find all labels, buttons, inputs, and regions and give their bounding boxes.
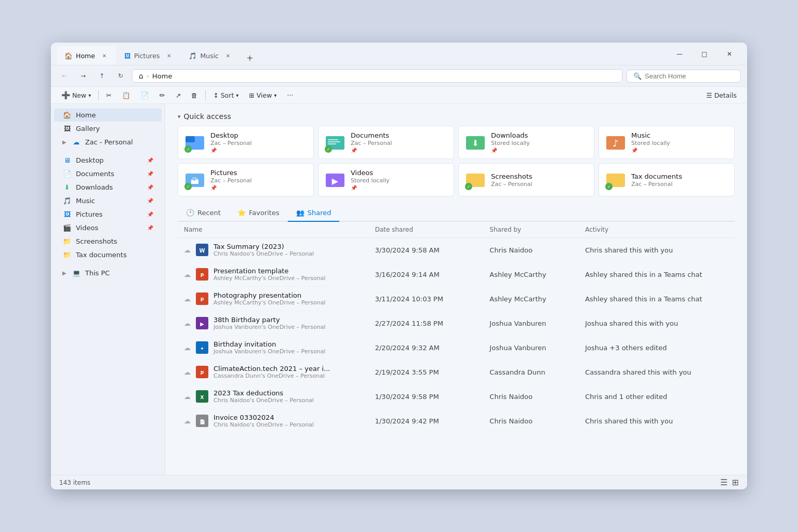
folder-music[interactable]: ♪ Music Stored locally 📌	[598, 126, 735, 159]
file-info: Photography presentation Ashley McCarthy…	[214, 291, 326, 306]
folder-screenshots[interactable]: ✓ Screenshots Zac – Personal	[458, 163, 594, 196]
copy-button[interactable]: 📋	[118, 89, 135, 101]
address-box[interactable]: ⌂ › Home	[132, 69, 622, 83]
gallery-icon: 🖼	[62, 125, 72, 132]
sidebar-item-documents[interactable]: 📄 Documents 📌	[54, 167, 162, 180]
content-tabs: 🕐 Recent ⭐ Favorites 👥 Shared	[178, 205, 735, 222]
back-button[interactable]: ←	[57, 69, 72, 83]
folder-music-info: Music Stored locally 📌	[631, 131, 728, 153]
up-button[interactable]: ↑	[95, 69, 109, 83]
sidebar-documents-label: Documents	[76, 170, 114, 178]
sidebar-item-pictures[interactable]: 🖼 Pictures 📌	[54, 208, 162, 221]
forward-button[interactable]: →	[76, 69, 90, 83]
sidebar-item-home[interactable]: 🏠 Home	[54, 109, 162, 122]
expand-icon: ▶	[62, 139, 66, 145]
tab-pictures[interactable]: 🖼 Pictures ✕	[117, 46, 181, 65]
svg-rect-5	[328, 141, 340, 142]
sidebar-item-gallery[interactable]: 🖼 Gallery	[54, 122, 162, 135]
search-input[interactable]	[645, 72, 734, 80]
table-row[interactable]: ☁ 📄 Invoice 03302024 Chris Naidoo's OneD…	[178, 409, 735, 433]
col-date: Date shared	[375, 226, 490, 233]
sync-icon: ✓	[465, 183, 472, 190]
rename-button[interactable]: ✏	[155, 89, 169, 101]
cloud-icon: ☁	[184, 393, 191, 401]
file-cell: ☁ W Tax Summary (2023) Chris Naidoo's On…	[184, 243, 375, 257]
table-row[interactable]: ☁ P ClimateAction.tech 2021 – year i... …	[178, 360, 735, 384]
toolbar-separator-1	[98, 90, 99, 100]
sidebar-pictures-label: Pictures	[76, 210, 102, 218]
folder-downloads[interactable]: ⬇ Downloads Stored locally 📌	[458, 126, 594, 159]
tab-pictures-close[interactable]: ✕	[165, 51, 173, 60]
folder-downloads-icon: ⬇	[465, 132, 486, 153]
file-info: Tax Summary (2023) Chris Naidoo's OneDri…	[214, 243, 314, 257]
search-box[interactable]: 🔍	[627, 70, 741, 83]
cut-button[interactable]: ✂	[102, 89, 115, 101]
table-row[interactable]: ☁ P Photography presentation Ashley McCa…	[178, 287, 735, 311]
svg-rect-1	[185, 136, 195, 142]
status-bar: 143 items ☰ ⊞	[51, 475, 747, 489]
table-row[interactable]: ☁ W Tax Summary (2023) Chris Naidoo's On…	[178, 238, 735, 262]
quick-access-toggle[interactable]: ▾	[178, 113, 181, 120]
add-tab-button[interactable]: +	[243, 50, 257, 65]
tab-music[interactable]: 🎵 Music ✕	[181, 46, 240, 65]
pin-icon: 📌	[147, 211, 153, 217]
more-button[interactable]: ···	[283, 89, 298, 101]
folder-tax-docs[interactable]: ✓ Tax documents Zac – Personal	[598, 163, 735, 196]
home-tab-icon: 🏠	[64, 52, 73, 60]
sync-icon: ✓	[325, 145, 332, 153]
svg-text:⬇: ⬇	[472, 138, 478, 148]
tab-shared[interactable]: 👥 Shared	[288, 205, 340, 222]
file-cell: ☁ P Presentation template Ashley McCarth…	[184, 267, 375, 282]
sidebar-item-screenshots[interactable]: 📁 Screenshots	[54, 235, 162, 248]
tab-home[interactable]: 🏠 Home ✕	[57, 46, 116, 65]
sort-button[interactable]: ↕ Sort ▾	[209, 89, 243, 101]
grid-view-button[interactable]: ⊞	[732, 477, 739, 487]
folder-grid: ✓ Desktop Zac – Personal 📌 ✓ Docu	[178, 126, 735, 196]
table-row[interactable]: ☁ P Presentation template Ashley McCarth…	[178, 262, 735, 287]
sync-icon: ✓	[184, 145, 192, 153]
paste-button[interactable]: 📄	[137, 89, 153, 101]
refresh-button[interactable]: ↻	[113, 69, 128, 83]
folder-documents[interactable]: ✓ Documents Zac – Personal 📌	[318, 126, 454, 159]
delete-button[interactable]: 🗑	[187, 89, 202, 101]
view-button[interactable]: ⊞ View ▾	[245, 89, 281, 101]
folder-videos[interactable]: ▶ Videos Stored locally 📌	[318, 163, 454, 196]
sidebar-item-desktop[interactable]: 🖥 Desktop 📌	[54, 154, 162, 167]
tab-favorites[interactable]: ⭐ Favorites	[229, 205, 288, 222]
details-button[interactable]: ☰ Details	[702, 89, 741, 101]
table-row[interactable]: ☁ X 2023 Tax deductions Chris Naidoo's O…	[178, 384, 735, 409]
videos-icon: 🎬	[62, 224, 72, 232]
excel-icon: X	[196, 390, 208, 403]
tab-home-close[interactable]: ✕	[100, 51, 109, 60]
svg-rect-4	[328, 139, 338, 140]
ppt-icon: P	[196, 292, 208, 305]
minimize-button[interactable]: —	[668, 46, 691, 62]
content-area: ▾ Quick access ✓ Desktop Zac – Personal …	[165, 104, 747, 475]
table-row[interactable]: ☁ ✦ Birthday invitation Joshua Vanburen'…	[178, 336, 735, 360]
svg-text:🏔: 🏔	[191, 176, 199, 186]
sidebar-item-this-pc[interactable]: ▶ 💻 This PC	[54, 267, 162, 280]
new-button[interactable]: ➕ New ▾	[57, 89, 95, 101]
table-row[interactable]: ☁ ▶ 38th Birthday party Joshua Vanburen'…	[178, 311, 735, 336]
file-info: Birthday invitation Joshua Vanburen's On…	[214, 340, 325, 355]
maximize-button[interactable]: □	[693, 46, 716, 62]
tax-docs-icon: 📁	[62, 251, 72, 259]
shared-icon: 👥	[296, 209, 304, 217]
folder-pictures[interactable]: 🏔 ✓ Pictures Zac – Personal 📌	[178, 163, 314, 196]
sidebar-item-downloads[interactable]: ⬇ Downloads 📌	[54, 181, 162, 194]
sidebar-item-music[interactable]: 🎵 Music 📌	[54, 194, 162, 207]
tab-recent[interactable]: 🕐 Recent	[178, 205, 229, 222]
cloud-icon: ☁	[184, 417, 191, 425]
tab-music-close[interactable]: ✕	[224, 51, 232, 60]
share-button[interactable]: ↗	[171, 89, 185, 101]
svg-text:✦: ✦	[200, 346, 204, 351]
expand-icon: ▶	[62, 270, 66, 276]
pin-icon: 📌	[147, 198, 153, 204]
list-view-button[interactable]: ☰	[720, 477, 727, 487]
close-button[interactable]: ✕	[718, 46, 741, 62]
folder-pictures-info: Pictures Zac – Personal 📌	[210, 169, 307, 191]
sidebar-item-tax-documents[interactable]: 📁 Tax documents	[54, 248, 162, 261]
sidebar-item-videos[interactable]: 🎬 Videos 📌	[54, 221, 162, 234]
sidebar-item-zac[interactable]: ▶ ☁ Zac - Personal	[54, 136, 162, 149]
folder-desktop[interactable]: ✓ Desktop Zac – Personal 📌	[178, 126, 314, 159]
